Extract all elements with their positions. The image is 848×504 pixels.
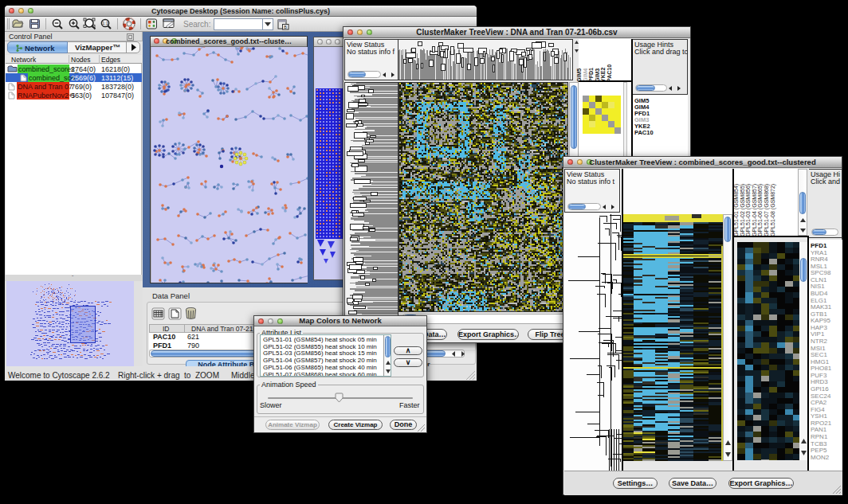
svg-text:B: B — [284, 25, 287, 29]
svg-text:1:1: 1:1 — [102, 21, 108, 25]
